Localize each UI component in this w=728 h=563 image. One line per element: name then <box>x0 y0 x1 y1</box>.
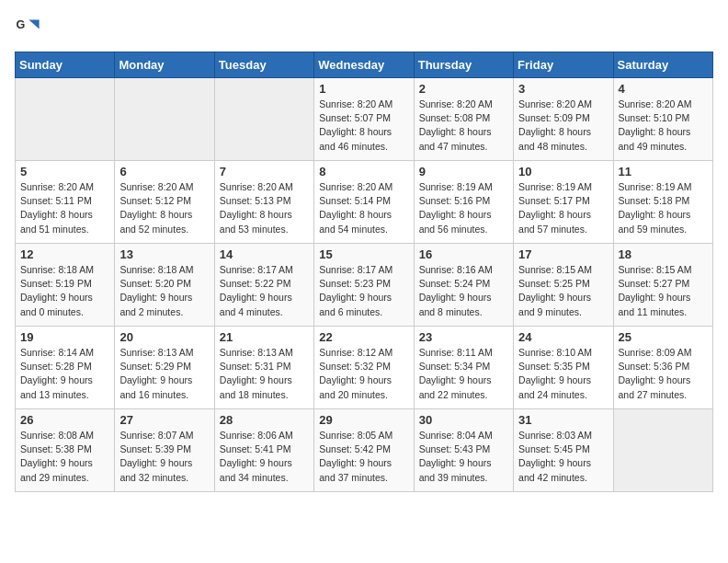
day-info: Sunrise: 8:13 AMSunset: 5:31 PMDaylight:… <box>220 346 309 402</box>
calendar-cell: 18Sunrise: 8:15 AMSunset: 5:27 PMDayligh… <box>613 244 712 327</box>
calendar-cell: 25Sunrise: 8:09 AMSunset: 5:36 PMDayligh… <box>613 327 712 409</box>
day-info: Sunrise: 8:15 AMSunset: 5:25 PMDaylight:… <box>518 263 608 319</box>
day-header-thursday: Thursday <box>414 52 513 78</box>
calendar-cell: 4Sunrise: 8:20 AMSunset: 5:10 PMDaylight… <box>613 78 712 161</box>
day-info: Sunrise: 8:03 AMSunset: 5:45 PMDaylight:… <box>518 429 608 485</box>
day-number: 8 <box>319 165 408 178</box>
day-info: Sunrise: 8:20 AMSunset: 5:10 PMDaylight:… <box>619 98 708 154</box>
calendar-cell: 10Sunrise: 8:19 AMSunset: 5:17 PMDayligh… <box>514 161 613 244</box>
day-number: 2 <box>419 82 508 96</box>
day-number: 11 <box>619 165 708 178</box>
calendar-cell: 17Sunrise: 8:15 AMSunset: 5:25 PMDayligh… <box>514 244 613 327</box>
calendar-cell: 12Sunrise: 8:18 AMSunset: 5:19 PMDayligh… <box>16 244 115 327</box>
day-info: Sunrise: 8:13 AMSunset: 5:29 PMDaylight:… <box>119 346 209 402</box>
day-number: 1 <box>319 82 408 96</box>
svg-marker-1 <box>28 20 39 29</box>
day-number: 20 <box>119 330 209 344</box>
day-info: Sunrise: 8:20 AMSunset: 5:13 PMDaylight:… <box>220 180 309 236</box>
day-number: 22 <box>319 330 408 344</box>
calendar-cell: 6Sunrise: 8:20 AMSunset: 5:12 PMDaylight… <box>115 161 214 244</box>
calendar-cell: 11Sunrise: 8:19 AMSunset: 5:18 PMDayligh… <box>613 161 712 244</box>
day-number: 24 <box>518 330 608 344</box>
day-info: Sunrise: 8:20 AMSunset: 5:12 PMDaylight:… <box>119 180 209 236</box>
day-number: 5 <box>20 165 109 178</box>
day-number: 31 <box>518 413 608 427</box>
day-info: Sunrise: 8:10 AMSunset: 5:35 PMDaylight:… <box>518 346 608 402</box>
day-info: Sunrise: 8:04 AMSunset: 5:43 PMDaylight:… <box>419 429 508 485</box>
calendar-cell: 28Sunrise: 8:06 AMSunset: 5:41 PMDayligh… <box>214 409 313 492</box>
day-info: Sunrise: 8:19 AMSunset: 5:18 PMDaylight:… <box>619 180 708 236</box>
calendar-cell: 26Sunrise: 8:08 AMSunset: 5:38 PMDayligh… <box>16 409 115 492</box>
day-number: 12 <box>20 247 109 261</box>
day-number: 28 <box>220 413 309 427</box>
day-info: Sunrise: 8:05 AMSunset: 5:42 PMDaylight:… <box>319 429 408 485</box>
day-info: Sunrise: 8:20 AMSunset: 5:09 PMDaylight:… <box>518 98 608 154</box>
day-header-saturday: Saturday <box>613 52 712 78</box>
logo: G <box>15 15 44 40</box>
day-info: Sunrise: 8:20 AMSunset: 5:08 PMDaylight:… <box>419 98 508 154</box>
day-number: 13 <box>119 247 209 261</box>
day-header-tuesday: Tuesday <box>214 52 313 78</box>
day-number: 21 <box>220 330 309 344</box>
day-number: 16 <box>419 247 508 261</box>
calendar-cell: 5Sunrise: 8:20 AMSunset: 5:11 PMDaylight… <box>16 161 115 244</box>
day-info: Sunrise: 8:19 AMSunset: 5:17 PMDaylight:… <box>518 180 608 236</box>
calendar-cell: 7Sunrise: 8:20 AMSunset: 5:13 PMDaylight… <box>214 161 313 244</box>
day-number: 17 <box>518 247 608 261</box>
calendar-cell <box>214 78 313 161</box>
calendar-cell: 9Sunrise: 8:19 AMSunset: 5:16 PMDaylight… <box>414 161 513 244</box>
calendar-cell: 3Sunrise: 8:20 AMSunset: 5:09 PMDaylight… <box>514 78 613 161</box>
day-info: Sunrise: 8:06 AMSunset: 5:41 PMDaylight:… <box>220 429 309 485</box>
calendar-cell: 30Sunrise: 8:04 AMSunset: 5:43 PMDayligh… <box>414 409 513 492</box>
calendar-cell: 14Sunrise: 8:17 AMSunset: 5:22 PMDayligh… <box>214 244 313 327</box>
calendar-cell: 13Sunrise: 8:18 AMSunset: 5:20 PMDayligh… <box>115 244 214 327</box>
day-info: Sunrise: 8:20 AMSunset: 5:11 PMDaylight:… <box>20 180 109 236</box>
calendar-cell: 24Sunrise: 8:10 AMSunset: 5:35 PMDayligh… <box>514 327 613 409</box>
calendar-cell: 22Sunrise: 8:12 AMSunset: 5:32 PMDayligh… <box>314 327 414 409</box>
day-number: 29 <box>319 413 408 427</box>
day-info: Sunrise: 8:09 AMSunset: 5:36 PMDaylight:… <box>619 346 708 402</box>
day-header-wednesday: Wednesday <box>314 52 414 78</box>
day-info: Sunrise: 8:08 AMSunset: 5:38 PMDaylight:… <box>20 429 109 485</box>
day-number: 30 <box>419 413 508 427</box>
calendar-cell: 1Sunrise: 8:20 AMSunset: 5:07 PMDaylight… <box>314 78 414 161</box>
day-info: Sunrise: 8:18 AMSunset: 5:19 PMDaylight:… <box>20 263 109 319</box>
calendar-cell: 16Sunrise: 8:16 AMSunset: 5:24 PMDayligh… <box>414 244 513 327</box>
day-number: 3 <box>518 82 608 96</box>
calendar-cell: 23Sunrise: 8:11 AMSunset: 5:34 PMDayligh… <box>414 327 513 409</box>
day-number: 25 <box>619 330 708 344</box>
day-number: 23 <box>419 330 508 344</box>
day-info: Sunrise: 8:14 AMSunset: 5:28 PMDaylight:… <box>20 346 109 402</box>
calendar-cell: 8Sunrise: 8:20 AMSunset: 5:14 PMDaylight… <box>314 161 414 244</box>
day-number: 15 <box>319 247 408 261</box>
day-info: Sunrise: 8:20 AMSunset: 5:07 PMDaylight:… <box>319 98 408 154</box>
calendar-cell: 19Sunrise: 8:14 AMSunset: 5:28 PMDayligh… <box>16 327 115 409</box>
calendar-cell: 29Sunrise: 8:05 AMSunset: 5:42 PMDayligh… <box>314 409 414 492</box>
day-number: 10 <box>518 165 608 178</box>
day-number: 4 <box>619 82 708 96</box>
day-header-friday: Friday <box>514 52 613 78</box>
calendar-cell <box>613 409 712 492</box>
day-header-monday: Monday <box>115 52 214 78</box>
day-number: 7 <box>220 165 309 178</box>
day-info: Sunrise: 8:12 AMSunset: 5:32 PMDaylight:… <box>319 346 408 402</box>
calendar-cell: 27Sunrise: 8:07 AMSunset: 5:39 PMDayligh… <box>115 409 214 492</box>
day-info: Sunrise: 8:19 AMSunset: 5:16 PMDaylight:… <box>419 180 508 236</box>
day-info: Sunrise: 8:11 AMSunset: 5:34 PMDaylight:… <box>419 346 508 402</box>
day-info: Sunrise: 8:16 AMSunset: 5:24 PMDaylight:… <box>419 263 508 319</box>
calendar-cell <box>16 78 115 161</box>
day-number: 19 <box>20 330 109 344</box>
calendar-cell: 15Sunrise: 8:17 AMSunset: 5:23 PMDayligh… <box>314 244 414 327</box>
calendar-cell: 21Sunrise: 8:13 AMSunset: 5:31 PMDayligh… <box>214 327 313 409</box>
header: G <box>15 15 713 40</box>
day-info: Sunrise: 8:17 AMSunset: 5:23 PMDaylight:… <box>319 263 408 319</box>
calendar-cell: 20Sunrise: 8:13 AMSunset: 5:29 PMDayligh… <box>115 327 214 409</box>
day-number: 14 <box>220 247 309 261</box>
svg-text:G: G <box>16 18 25 31</box>
day-info: Sunrise: 8:07 AMSunset: 5:39 PMDaylight:… <box>119 429 209 485</box>
day-info: Sunrise: 8:15 AMSunset: 5:27 PMDaylight:… <box>619 263 708 319</box>
calendar-cell: 31Sunrise: 8:03 AMSunset: 5:45 PMDayligh… <box>514 409 613 492</box>
day-number: 18 <box>619 247 708 261</box>
day-number: 27 <box>119 413 209 427</box>
day-header-sunday: Sunday <box>16 52 115 78</box>
